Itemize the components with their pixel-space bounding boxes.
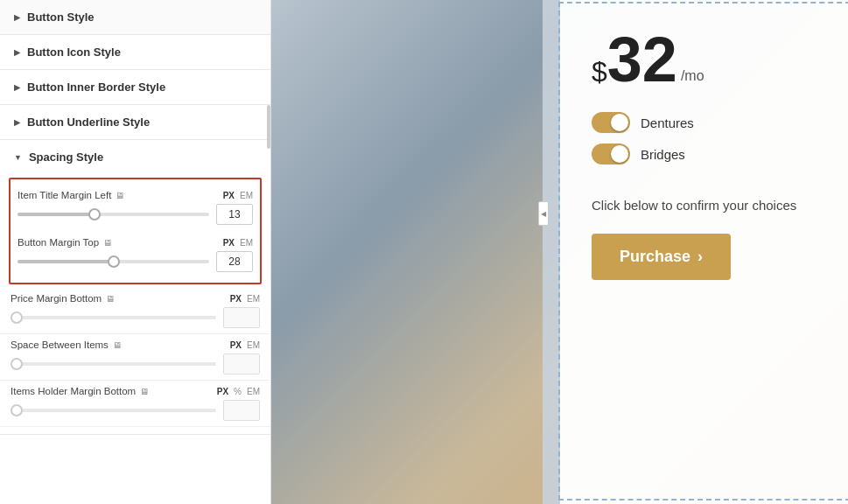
panel-collapse-handle[interactable]: ◀: [538, 201, 549, 226]
accordion-label: Button Inner Border Style: [27, 80, 165, 94]
slider-track-items-holder[interactable]: [11, 409, 216, 412]
spacing-row-items-holder-margin: Items Holder Margin Bottom 🖥 PX % EM: [0, 381, 270, 427]
slider-thumb[interactable]: [108, 256, 120, 268]
confirm-text: Click below to confirm your choices: [592, 196, 826, 216]
toggle-label-dentures: Dentures: [641, 116, 694, 130]
slider-track-item-title[interactable]: [18, 213, 209, 216]
spacing-label-price-margin: Price Margin Bottom 🖥 PX EM: [11, 293, 260, 304]
spacing-row-item-title-margin-left: Item Title Margin Left 🖥 PX EM: [18, 186, 253, 228]
slider-thumb[interactable]: [88, 208, 101, 220]
spacing-label-text: Item Title Margin Left: [18, 190, 111, 200]
slider-track-space-between[interactable]: [11, 362, 216, 366]
monitor-icon: 🖥: [106, 294, 115, 304]
spacing-units: PX EM: [230, 294, 260, 304]
accordion-header-button-icon-style[interactable]: ▶ Button Icon Style: [0, 35, 270, 69]
spacing-input-button-margin[interactable]: [216, 251, 253, 272]
spacing-row-space-between-items: Space Between Items 🖥 PX EM: [0, 334, 270, 381]
spacing-label-items-holder: Items Holder Margin Bottom 🖥 PX % EM: [11, 386, 260, 396]
accordion-button-icon-style[interactable]: ▶ Button Icon Style: [0, 35, 270, 70]
price-amount: 32: [607, 28, 677, 91]
unit-px[interactable]: PX: [223, 238, 235, 248]
unit-em[interactable]: EM: [247, 340, 260, 350]
unit-px[interactable]: PX: [223, 191, 235, 200]
slider-row-price-margin: [11, 307, 260, 328]
slider-row-button-margin: [18, 251, 253, 272]
unit-em[interactable]: EM: [240, 191, 253, 200]
monitor-icon: 🖥: [140, 387, 149, 396]
unit-em[interactable]: EM: [247, 387, 260, 396]
monitor-icon: 🖥: [103, 238, 112, 248]
accordion-button-underline-style[interactable]: ▶ Button Underline Style: [0, 105, 270, 140]
monitor-icon: 🖥: [116, 191, 124, 200]
slider-track-price-margin[interactable]: [11, 316, 216, 319]
spacing-units: PX EM: [223, 238, 253, 248]
toggle-thumb-bridges: [611, 145, 628, 163]
monitor-icon: 🖥: [113, 340, 122, 350]
slider-thumb-items-holder[interactable]: [11, 404, 23, 416]
unit-em[interactable]: EM: [247, 294, 260, 304]
expand-arrow-icon: ▶: [14, 118, 20, 127]
toggle-row-bridges: Bridges: [592, 144, 826, 164]
slider-fill: [18, 260, 114, 263]
accordion-label: Spacing Style: [29, 150, 103, 164]
spacing-label-space-between: Space Between Items 🖥 PX EM: [11, 340, 260, 350]
spacing-row-price-margin-bottom: Price Margin Bottom 🖥 PX EM: [0, 288, 270, 334]
accordion-header-button-inner-border[interactable]: ▶ Button Inner Border Style: [0, 70, 270, 104]
spacing-label-text: Items Holder Margin Bottom: [11, 386, 136, 396]
spacing-label-text: Button Margin Top: [18, 237, 99, 248]
spacing-input-price-margin[interactable]: [223, 307, 260, 328]
collapse-arrow-icon: ▼: [14, 153, 22, 162]
accordion-spacing-style[interactable]: ▼ Spacing Style Item Title Margin Left 🖥…: [0, 140, 270, 435]
accordion-label: Button Style: [27, 10, 95, 24]
slider-row-space-between: [11, 354, 260, 374]
unit-em[interactable]: EM: [240, 238, 253, 248]
toggle-bridges[interactable]: [592, 144, 630, 164]
accordion-button-inner-border-style[interactable]: ▶ Button Inner Border Style: [0, 70, 270, 105]
price-row: $ 32 /mo: [592, 28, 826, 91]
accordion-button-style[interactable]: ▶ Button Style: [0, 0, 270, 35]
slider-thumb-space-between[interactable]: [11, 358, 23, 370]
toggle-dentures[interactable]: [592, 112, 630, 133]
unit-percent[interactable]: %: [234, 387, 242, 396]
slider-track-button-margin[interactable]: [18, 260, 209, 263]
spacing-content: Item Title Margin Left 🖥 PX EM: [0, 178, 270, 434]
right-panel: ◀ $ 32 /mo Dentures Bridges Click below …: [271, 0, 848, 504]
accordion-header-button-style[interactable]: ▶ Button Style: [0, 0, 270, 34]
slider-fill: [18, 213, 95, 216]
slider-row-item-title: [18, 204, 253, 225]
toggle-row-dentures: Dentures: [592, 112, 826, 133]
expand-arrow-icon: ▶: [14, 83, 20, 92]
expand-arrow-icon: ▶: [14, 48, 20, 57]
accordion-label: Button Icon Style: [27, 46, 121, 59]
slider-thumb-price-margin[interactable]: [11, 312, 23, 324]
purchase-arrow-icon: ›: [697, 248, 703, 266]
spacing-label-button-margin: Button Margin Top 🖥 PX EM: [18, 237, 253, 248]
spacing-label-text: Space Between Items: [11, 340, 109, 350]
accordion-header-button-underline[interactable]: ▶ Button Underline Style: [0, 105, 270, 139]
spacing-label-text: Price Margin Bottom: [11, 293, 102, 304]
accordion-header-spacing[interactable]: ▼ Spacing Style: [0, 140, 270, 174]
toggle-thumb-dentures: [611, 114, 628, 131]
expand-arrow-icon: ▶: [14, 13, 20, 22]
unit-px[interactable]: PX: [230, 340, 242, 350]
photo-person-left: [543, 0, 560, 504]
pricing-card: $ 32 /mo Dentures Bridges Click below to…: [560, 0, 848, 504]
slider-row-items-holder: [11, 400, 260, 421]
purchase-button[interactable]: Purchase ›: [592, 234, 731, 280]
spacing-input-items-holder[interactable]: [223, 400, 260, 421]
unit-px[interactable]: PX: [230, 294, 242, 304]
currency-symbol: $: [592, 58, 607, 86]
spacing-label-item-title: Item Title Margin Left 🖥 PX EM: [18, 190, 253, 200]
scroll-bar[interactable]: [267, 105, 270, 149]
spacing-input-item-title[interactable]: [216, 204, 253, 225]
spacing-input-space-between[interactable]: [223, 354, 260, 374]
purchase-button-label: Purchase: [620, 248, 690, 266]
accordion-label: Button Underline Style: [27, 116, 150, 129]
spacing-units: PX % EM: [217, 387, 260, 396]
unit-px[interactable]: PX: [217, 387, 228, 396]
left-panel: ▶ Button Style ▶ Button Icon Style ▶ But…: [0, 0, 271, 504]
spacing-units: PX EM: [230, 340, 260, 350]
highlighted-spacing-box: Item Title Margin Left 🖥 PX EM: [9, 178, 262, 284]
toggle-label-bridges: Bridges: [641, 147, 685, 162]
price-period: /mo: [681, 68, 704, 91]
